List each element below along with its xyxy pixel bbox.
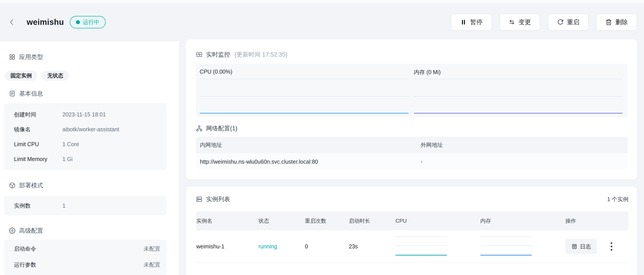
section-basic-info: 基本信息 [9, 90, 179, 97]
back-button[interactable] [6, 16, 18, 28]
page-header: weimishu 运行中 暂停 变更 重启 删除 [0, 3, 644, 41]
section-advanced-config: 高级配置 [9, 227, 179, 235]
instance-table: 实例名 状态 重启次数 启动时长 CPU 内存 操作 weimishu-1 ru… [196, 211, 628, 263]
cpu-chart-label: CPU (0.00%) [200, 68, 232, 75]
main-content: 实时监控 (更新时间 17:52:35) CPU (0.00%) 内存 (0 M… [186, 39, 637, 275]
info-row: 运行参数 未配置 [4, 257, 166, 273]
tag-stateless: 无状态 [42, 70, 69, 81]
monitor-network-card: 实时监控 (更新时间 17:52:35) CPU (0.00%) 内存 (0 M… [186, 39, 637, 179]
memory-chart-line [414, 113, 623, 114]
gridline [480, 236, 532, 237]
internal-address-value: http://weimishu.ns-wlu0u60n.svc.cluster.… [196, 159, 416, 165]
info-row: 启动命令 未配置 [4, 241, 166, 257]
pause-button[interactable]: 暂停 [451, 14, 492, 30]
info-row: 镜像名 aibotk/worker-assistant [4, 122, 166, 137]
info-value: 1 Gi [62, 156, 72, 162]
gridline [396, 246, 447, 246]
memory-chart-label: 内存 (0 Mi) [414, 68, 441, 76]
info-label: 实例数 [14, 202, 62, 209]
row-divider [196, 262, 628, 263]
instance-uptime: 23s [348, 243, 395, 250]
gridline [396, 236, 447, 237]
instance-restarts: 0 [304, 243, 348, 250]
section-realtime-monitor: 实时监控 (更新时间 17:52:35) [196, 50, 628, 58]
info-label: 运行参数 [14, 261, 62, 268]
col-cpu: CPU [395, 218, 480, 224]
section-title: 应用类型 [19, 53, 43, 61]
instance-memory-line [480, 255, 532, 256]
gear-icon [9, 227, 16, 234]
app-type-tags: 固定实例 无状态 [5, 70, 179, 81]
top-strip [0, 0, 644, 3]
log-file-icon [572, 244, 578, 250]
delete-label: 删除 [615, 18, 628, 26]
col-instance-name: 实例名 [196, 217, 258, 225]
header-actions: 暂停 变更 重启 删除 [451, 14, 637, 30]
pause-label: 暂停 [470, 18, 482, 26]
monitor-charts: CPU (0.00%) 内存 (0 Mi) [196, 64, 628, 117]
app-detail-page: weimishu 运行中 暂停 变更 重启 删除 [0, 0, 644, 275]
kebab-dot [611, 249, 612, 251]
status-dot-icon [76, 20, 80, 24]
col-actions: 操作 [565, 217, 628, 225]
network-table-row: http://weimishu.ns-wlu0u60n.svc.cluster.… [196, 153, 628, 170]
col-internal-address: 内网地址 [196, 141, 416, 149]
network-icon [196, 125, 202, 132]
info-row: Limit Memory 1 Gi [4, 152, 166, 167]
external-address-value: - [416, 159, 628, 165]
info-row: 创建时间 2023-11-15 18:01 [4, 107, 166, 122]
section-title: 部署模式 [19, 181, 43, 189]
document-icon [9, 90, 16, 97]
col-uptime: 启动时长 [348, 217, 395, 225]
section-app-type: 应用类型 [9, 53, 179, 61]
info-value: 未配置 [144, 261, 160, 268]
instance-status: running [258, 243, 304, 250]
gridline [414, 96, 623, 97]
list-icon [196, 196, 202, 203]
instance-cpu-sparkline [396, 236, 447, 257]
instance-table-row: weimishu-1 running 0 23s [196, 231, 628, 262]
info-row: 实例数 1 [4, 202, 66, 209]
page-title: weimishu [27, 17, 64, 27]
status-badge: 运行中 [70, 16, 106, 28]
instance-name: weimishu-1 [196, 243, 258, 250]
info-value: 未配置 [144, 245, 160, 252]
network-table-header: 内网地址 外网地址 [196, 137, 628, 153]
monitor-pulse-icon [196, 51, 202, 58]
info-label: 镜像名 [14, 126, 62, 133]
instance-cpu-line [396, 255, 447, 256]
info-value: 1 Core [62, 141, 79, 147]
restart-button[interactable]: 重启 [548, 14, 588, 30]
gridline [480, 246, 532, 246]
gridline [200, 96, 408, 97]
info-label: Limit Memory [14, 156, 62, 162]
instance-table-header: 实例名 状态 重启次数 启动时长 CPU 内存 操作 [196, 211, 628, 231]
monitor-updated-at: (更新时间 17:52:35) [234, 50, 288, 58]
row-more-menu-button[interactable] [609, 241, 614, 252]
change-button[interactable]: 变更 [500, 14, 540, 30]
info-value: aibotk/worker-assistant [62, 126, 119, 133]
section-title: 基本信息 [19, 90, 43, 98]
change-label: 变更 [518, 18, 531, 26]
section-title: 高级配置 [19, 227, 43, 235]
info-label: 启动命令 [14, 245, 62, 252]
kebab-dot [611, 246, 612, 247]
gridline [200, 79, 408, 79]
col-status: 状态 [258, 217, 304, 225]
section-network-config: 网络配置(1) [196, 124, 628, 132]
advanced-config-card: 启动命令 未配置 运行参数 未配置 [4, 240, 166, 275]
col-memory: 内存 [480, 217, 565, 225]
delete-button[interactable]: 删除 [596, 14, 637, 30]
basic-info-card: 创建时间 2023-11-15 18:01 镜像名 aibotk/worker-… [4, 103, 166, 170]
instance-memory-sparkline [480, 236, 532, 257]
section-title: 网络配置(1) [206, 124, 238, 132]
cpu-chart: CPU (0.00%) [200, 64, 408, 117]
info-label: 创建时间 [14, 111, 62, 118]
logs-button[interactable]: 日志 [566, 239, 597, 254]
gridline [414, 79, 623, 79]
trash-icon [605, 19, 612, 25]
info-value: 2023-11-15 18:01 [62, 111, 106, 118]
kebab-dot [611, 242, 612, 244]
chevron-left-icon [8, 17, 16, 27]
status-label: 运行中 [83, 18, 100, 26]
